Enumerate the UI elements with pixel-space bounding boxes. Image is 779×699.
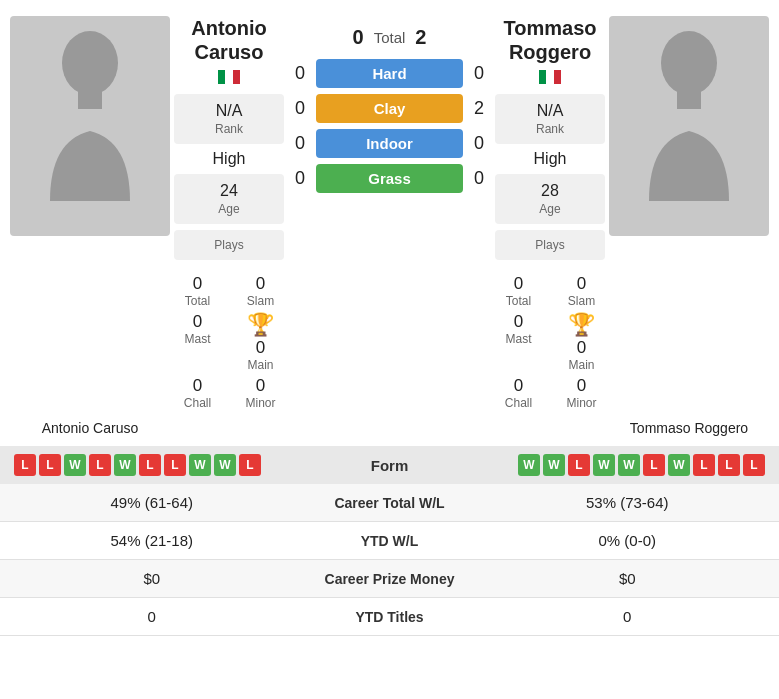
hard-badge: Hard [316,59,463,88]
flag-red-r [554,70,561,84]
right-player-silhouette [609,16,769,236]
right-form-badges: WWLWWLWLLL [444,454,766,476]
stats-center-label: YTD W/L [290,533,490,549]
left-age-label: Age [218,202,239,216]
left-trophy-cell: 🏆 0 Main [237,312,284,372]
stats-center-label: Career Prize Money [290,571,490,587]
form-badge-right: W [618,454,640,476]
right-slam-cell: 0 Slam [558,274,605,308]
main-container: Antonio Caruso N/A Rank High 24 Age [0,0,779,636]
surface-hard-row: 0 Hard 0 [288,59,491,88]
left-trophy-icon: 🏆 [247,312,274,338]
left-form-badges: LLWLWLLWWL [14,454,336,476]
right-player-name: Tommaso Roggero [504,16,597,64]
form-badge-right: L [568,454,590,476]
left-player-silhouette [10,16,170,236]
grass-right-score: 0 [467,168,491,189]
stats-row: 0YTD Titles0 [0,598,779,636]
hard-right-score: 0 [467,63,491,84]
form-badge-left: L [14,454,36,476]
indoor-right-score: 0 [467,133,491,154]
clay-right-score: 2 [467,98,491,119]
indoor-left-score: 0 [288,133,312,154]
svg-rect-3 [677,91,701,109]
right-total-cell: 0 Total [495,274,542,308]
form-badge-right: L [743,454,765,476]
right-trophy-cell: 🏆 0 Main [558,312,605,372]
left-player-photo [10,16,170,236]
left-mast-cell: 0 Mast [174,312,221,372]
right-name-under: Tommaso Roggero [609,420,769,436]
form-badge-right: L [643,454,665,476]
grass-left-score: 0 [288,168,312,189]
stats-row: 49% (61-64)Career Total W/L53% (73-64) [0,484,779,522]
right-mast-cell: 0 Mast [495,312,542,372]
right-rank-box: N/A Rank [495,94,605,144]
stats-right-val: 53% (73-64) [490,494,766,511]
total-row: 0 Total 2 [288,26,491,49]
stats-right-val: 0 [490,608,766,625]
right-age-box: 28 Age [495,174,605,224]
total-label: Total [374,29,406,46]
right-rank-value: N/A [537,102,564,120]
hard-left-score: 0 [288,63,312,84]
right-rank-label: Rank [536,122,564,136]
form-badge-left: W [214,454,236,476]
left-slam-cell: 0 Slam [237,274,284,308]
right-trophy-icon: 🏆 [568,312,595,338]
flag-white [225,70,232,84]
form-badge-left: W [189,454,211,476]
surface-clay-row: 0 Clay 2 [288,94,491,123]
stats-row: $0Career Prize Money$0 [0,560,779,598]
stats-left-val: 54% (21-18) [14,532,290,549]
player-names-row: Antonio Caruso Tommaso Roggero [0,420,779,446]
left-high-label: High [174,150,284,168]
stats-left-val: 49% (61-64) [14,494,290,511]
form-badge-right: L [693,454,715,476]
stats-center-label: Career Total W/L [290,495,490,511]
left-surface-level: High [174,150,284,168]
svg-point-0 [62,31,118,95]
surface-indoor-row: 0 Indoor 0 [288,129,491,158]
clay-badge: Clay [316,94,463,123]
left-age-value: 24 [220,182,238,200]
form-label: Form [340,457,440,474]
left-name-under: Antonio Caruso [10,420,170,436]
form-badge-left: L [89,454,111,476]
flag-green-r [539,70,546,84]
form-badge-left: L [239,454,261,476]
form-badge-left: W [64,454,86,476]
flag-red [233,70,240,84]
clay-left-score: 0 [288,98,312,119]
right-plays-box: Plays [495,230,605,260]
right-player-info: Tommaso Roggero N/A Rank High 28 Age [495,16,605,410]
left-player-info: Antonio Caruso N/A Rank High 24 Age [174,16,284,410]
left-plays-box: Plays [174,230,284,260]
right-stats-grid: 0 Total 0 Slam 0 Mast 🏆 0 Main 0 [495,274,605,410]
left-age-box: 24 Age [174,174,284,224]
form-badge-left: L [164,454,186,476]
stats-row: 54% (21-18)YTD W/L0% (0-0) [0,522,779,560]
stats-center-label: YTD Titles [290,609,490,625]
right-age-label: Age [539,202,560,216]
stats-left-val: $0 [14,570,290,587]
left-plays-label: Plays [214,238,243,252]
form-badge-left: L [39,454,61,476]
right-total-score: 2 [415,26,426,49]
right-flag [539,70,561,84]
stats-left-val: 0 [14,608,290,625]
right-age-value: 28 [541,182,559,200]
stats-right-val: $0 [490,570,766,587]
right-chall-cell: 0 Chall [495,376,542,410]
right-flag-italy [539,70,561,84]
form-badge-right: W [518,454,540,476]
indoor-badge: Indoor [316,129,463,158]
form-badge-right: W [593,454,615,476]
left-rank-box: N/A Rank [174,94,284,144]
flag-white-r [546,70,553,84]
left-minor-cell: 0 Minor [237,376,284,410]
form-badge-left: W [114,454,136,476]
center-col: 0 Total 2 0 Hard 0 0 Clay 2 0 Indoor 0 [288,16,491,410]
form-badge-left: L [139,454,161,476]
left-stats-grid: 0 Total 0 Slam 0 Mast 🏆 0 Main 0 [174,274,284,410]
